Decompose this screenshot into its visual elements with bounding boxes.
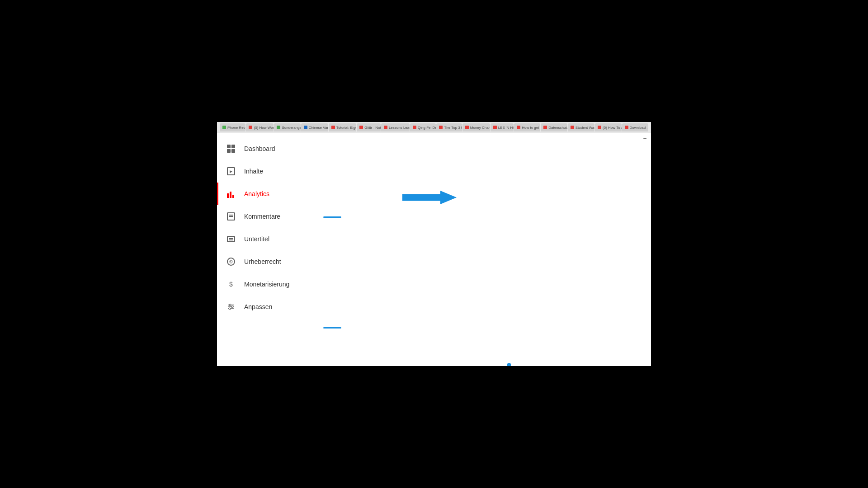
inhalte-icon (226, 166, 236, 176)
browser-tab-6[interactable]: Lessons Learned: F... (381, 123, 410, 131)
tab-favicon-5 (359, 126, 363, 129)
browser-tab-4[interactable]: Tutorial: Eigene Fe... (329, 123, 357, 131)
urheberrecht-label: Urheberrecht (244, 258, 281, 265)
monetarisierung-icon: $ (226, 279, 236, 289)
urheberrecht-icon: © (226, 257, 236, 267)
analytics-label: Analytics (244, 190, 269, 197)
tab-favicon-8 (439, 126, 443, 129)
tab-favicon-3 (304, 126, 307, 129)
sidebar-item-urheberrecht[interactable]: © Urheberrecht (217, 250, 323, 273)
arrow-annotation (402, 191, 457, 204)
dashboard-icon (226, 144, 236, 154)
browser-tab-3[interactable]: Chinese Variables... (301, 123, 328, 131)
anpassen-icon (226, 302, 236, 312)
sidebar-item-analytics[interactable]: Analytics (217, 183, 323, 205)
browser-tab-8[interactable]: The Top 3 Platfo... (436, 123, 462, 131)
tab-favicon-7 (413, 126, 416, 129)
browser-tab-5[interactable]: Glittr - Notgalo... (357, 123, 381, 131)
monetarisierung-label: Monetarisierung (244, 281, 289, 288)
tab-favicon-13 (571, 126, 574, 129)
tab-favicon-4 (331, 126, 335, 129)
svg-point-3 (229, 304, 231, 306)
sidebar: Dashboard Inhalte Analytics (217, 133, 323, 366)
browser-tabs-bar: Phone Recycling...(5) How Working a...So… (217, 122, 651, 133)
main-content: – (323, 133, 651, 366)
loading-bar-3 (507, 363, 511, 366)
sidebar-item-dashboard[interactable]: Dashboard (217, 137, 323, 160)
browser-tab-15[interactable]: Download - Code... (622, 123, 649, 131)
browser-tab-7[interactable]: Qing Fei De Yi: T... (410, 123, 436, 131)
tab-favicon-2 (277, 126, 280, 129)
tab-favicon-11 (517, 126, 520, 129)
arrow-body (402, 191, 457, 204)
svg-point-5 (229, 308, 231, 310)
browser-window: Phone Recycling...(5) How Working a...So… (217, 122, 651, 366)
browser-tab-0[interactable]: Phone Recycling... (220, 123, 245, 131)
sidebar-item-untertitel[interactable]: Untertitel (217, 228, 323, 250)
browser-tab-14[interactable]: (5) How To Add A... (595, 123, 621, 131)
untertitel-label: Untertitel (244, 235, 269, 243)
browser-tab-9[interactable]: Money Changes E... (462, 123, 490, 131)
kommentare-label: Kommentare (244, 213, 280, 220)
loading-bar-2 (323, 327, 341, 328)
sidebar-item-kommentare[interactable]: Kommentare (217, 205, 323, 228)
dashboard-label: Dashboard (244, 145, 275, 152)
anpassen-label: Anpassen (244, 303, 272, 310)
untertitel-icon (226, 234, 236, 244)
browser-tab-10[interactable]: LEE 'N HOUS... (491, 123, 514, 131)
loading-bar-1 (323, 216, 341, 218)
sidebar-item-monetarisierung[interactable]: $ Monetarisierung (217, 273, 323, 296)
sidebar-item-anpassen[interactable]: Anpassen (217, 296, 323, 318)
tab-favicon-10 (493, 126, 497, 129)
sidebar-item-inhalte[interactable]: Inhalte (217, 160, 323, 183)
browser-tab-12[interactable]: Datenschutz - Re... (541, 123, 567, 131)
tab-favicon-0 (222, 126, 226, 129)
kommentare-icon (226, 211, 236, 221)
tab-favicon-9 (465, 126, 469, 129)
inhalte-label: Inhalte (244, 168, 263, 175)
tab-favicon-14 (598, 126, 601, 129)
browser-tab-13[interactable]: Student Wants an... (568, 123, 594, 131)
svg-point-4 (231, 306, 233, 308)
tab-favicon-12 (543, 126, 547, 129)
tab-favicon-1 (249, 126, 252, 129)
tab-favicon-15 (625, 126, 628, 129)
close-button[interactable]: – (643, 135, 646, 141)
browser-tab-11[interactable]: How to get more ... (514, 123, 540, 131)
browser-tab-2[interactable]: Sonderangebot! |... (274, 123, 300, 131)
analytics-icon (226, 189, 236, 199)
tab-favicon-6 (384, 126, 387, 129)
browser-tab-1[interactable]: (5) How Working a... (246, 123, 274, 131)
browser-content: Dashboard Inhalte Analytics (217, 133, 651, 366)
